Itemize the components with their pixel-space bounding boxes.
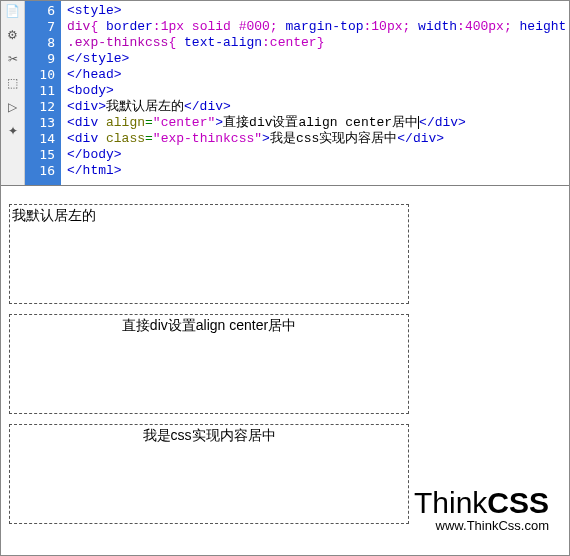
scissors-icon[interactable]: ✂ xyxy=(5,51,21,67)
watermark-logo: ThinkCSS www.ThinkCss.com xyxy=(414,486,549,533)
line-number: 13 xyxy=(25,115,55,131)
gear-icon[interactable]: ⚙ xyxy=(5,27,21,43)
line-number: 10 xyxy=(25,67,55,83)
code-line[interactable]: <style> xyxy=(67,3,569,19)
editor-toolbar: 📄 ⚙ ✂ ⬚ ▷ ✦ xyxy=(1,1,25,185)
wand-icon[interactable]: ✦ xyxy=(5,123,21,139)
line-number: 11 xyxy=(25,83,55,99)
code-line[interactable]: <div>我默认居左的</div> xyxy=(67,99,569,115)
preview-pane: 我默认居左的 直接div设置align center居中 我是css实现内容居中… xyxy=(1,186,569,551)
select-icon[interactable]: ⬚ xyxy=(5,75,21,91)
code-line[interactable]: <div class="exp-thinkcss">我是css实现内容居中</d… xyxy=(67,131,569,147)
line-number: 15 xyxy=(25,147,55,163)
code-line[interactable]: </html> xyxy=(67,163,569,179)
file-icon[interactable]: 📄 xyxy=(5,3,21,19)
line-number: 9 xyxy=(25,51,55,67)
triangle-icon[interactable]: ▷ xyxy=(5,99,21,115)
logo-bold: CSS xyxy=(487,486,549,519)
logo-url: www.ThinkCss.com xyxy=(414,518,549,533)
code-line[interactable]: div{ border:1px solid #000; margin-top:1… xyxy=(67,19,569,35)
code-line[interactable]: <div align="center">直接div设置align center居… xyxy=(67,115,569,131)
line-number: 8 xyxy=(25,35,55,51)
code-line[interactable]: </body> xyxy=(67,147,569,163)
line-number: 12 xyxy=(25,99,55,115)
code-line[interactable]: .exp-thinkcss{ text-align:center} xyxy=(67,35,569,51)
code-content[interactable]: <style>div{ border:1px solid #000; margi… xyxy=(61,1,569,185)
code-line[interactable]: <body> xyxy=(67,83,569,99)
code-line[interactable]: </style> xyxy=(67,51,569,67)
line-number: 14 xyxy=(25,131,55,147)
line-number: 6 xyxy=(25,3,55,19)
demo-box-default: 我默认居左的 xyxy=(9,204,409,304)
line-number: 7 xyxy=(25,19,55,35)
demo-box-align-center: 直接div设置align center居中 xyxy=(9,314,409,414)
code-line[interactable]: </head> xyxy=(67,67,569,83)
logo-thin: Think xyxy=(414,486,487,519)
code-editor: 📄 ⚙ ✂ ⬚ ▷ ✦ 678910111213141516 <style>di… xyxy=(1,1,569,186)
line-number: 16 xyxy=(25,163,55,179)
demo-box-css-center: 我是css实现内容居中 xyxy=(9,424,409,524)
line-gutter: 678910111213141516 xyxy=(25,1,61,185)
logo-text: ThinkCSS xyxy=(414,486,549,520)
